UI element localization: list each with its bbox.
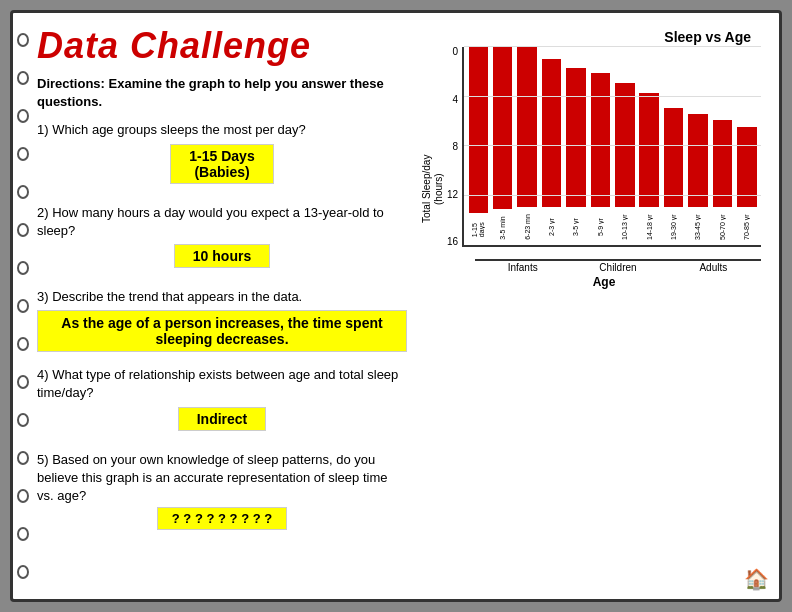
bar — [566, 68, 586, 207]
y-label-4: 4 — [447, 95, 458, 105]
main-page: Data Challenge Directions: Examine the g… — [10, 10, 782, 602]
question-1-text: 1) Which age groups sleeps the most per … — [37, 121, 407, 139]
bar — [591, 73, 611, 207]
bar-group: 19-30 yr — [661, 47, 685, 245]
question-2-text: 2) How many hours a day would you expect… — [37, 204, 407, 240]
bar-x-label: 10-13 yr — [621, 209, 628, 245]
bar-x-label: 2-3 yr — [548, 209, 555, 245]
y-labels: 16 12 8 4 0 — [447, 47, 458, 247]
x-axis-label: Age — [447, 275, 761, 289]
x-group-label: Infants — [475, 259, 570, 273]
question-5-answer: ? ? ? ? ? ? ? ? ? — [157, 507, 287, 530]
directions: Directions: Examine the graph to help yo… — [37, 75, 407, 111]
bar — [664, 108, 684, 207]
page-title: Data Challenge — [37, 25, 407, 67]
directions-label: Directions: — [37, 76, 105, 91]
question-1-block: 1) Which age groups sleeps the most per … — [37, 121, 407, 197]
bar-group: 5-9 yr — [588, 47, 612, 245]
x-axis-groups: InfantsChildrenAdults — [475, 259, 761, 273]
question-3-block: 3) Describe the trend that appears in th… — [37, 288, 407, 360]
question-3-text: 3) Describe the trend that appears in th… — [37, 288, 407, 306]
bar-group: 33-45 yr — [686, 47, 710, 245]
bar — [639, 93, 659, 207]
question-3-answer: As the age of a person increases, the ti… — [37, 310, 407, 352]
chart-title: Sleep vs Age — [421, 29, 761, 45]
question-4-answer: Indirect — [178, 407, 267, 431]
y-axis-label: Total Sleep/day(hours) — [421, 89, 445, 289]
y-label-8: 8 — [447, 142, 458, 152]
chart-container: Sleep vs Age Total Sleep/day(hours) 16 1… — [417, 25, 765, 293]
bar-x-label: 50-70 yr — [719, 209, 726, 245]
question-2-answer: 10 hours — [174, 244, 270, 268]
question-1-answer: 1-15 Days (Babies) — [170, 144, 273, 184]
question-5-block: 5) Based on your own knowledge of sleep … — [37, 451, 407, 534]
bar-group: 2-3 yr — [539, 47, 563, 245]
left-column: Data Challenge Directions: Examine the g… — [37, 25, 417, 587]
y-label-12: 12 — [447, 190, 458, 200]
bar — [542, 59, 562, 208]
bar-x-label: 14-18 yr — [646, 209, 653, 245]
question-4-block: 4) What type of relationship exists betw… — [37, 366, 407, 444]
question-1-answer-container: 1-15 Days (Babies) — [37, 144, 407, 192]
spiral-binding — [13, 13, 33, 599]
chart-inner: 16 12 8 4 0 1-15 days3-5 min6-2 — [447, 47, 761, 289]
y-labels-and-bars: 16 12 8 4 0 1-15 days3-5 min6-2 — [447, 47, 761, 257]
question-5-answer-container: ? ? ? ? ? ? ? ? ? — [37, 509, 407, 527]
grid-line-4 — [464, 195, 761, 196]
bar-x-label: 33-45 yr — [694, 209, 701, 245]
bar — [469, 47, 489, 213]
question-4-answer-container: Indirect — [37, 407, 407, 439]
bar-group: 3-5 min — [491, 47, 515, 245]
question-4-text: 4) What type of relationship exists betw… — [37, 366, 407, 402]
bar-group: 10-13 yr — [613, 47, 637, 245]
bar — [517, 47, 537, 207]
bars-area: 1-15 days3-5 min6-23 mn2-3 yr3-5 yr5-9 y… — [462, 47, 761, 247]
bar-x-label: 6-23 mn — [524, 209, 531, 245]
home-icon[interactable]: 🏠 — [744, 567, 769, 591]
question-2-answer-container: 10 hours — [37, 244, 407, 276]
bar-x-label: 3-5 yr — [572, 209, 579, 245]
x-group-label: Children — [570, 259, 665, 273]
question-2-block: 2) How many hours a day would you expect… — [37, 204, 407, 282]
grid-line-12 — [464, 96, 761, 97]
bar-group: 6-23 mn — [515, 47, 539, 245]
chart-area: Total Sleep/day(hours) 16 12 8 4 0 — [421, 47, 761, 289]
bar-x-label: 70-85 yr — [743, 209, 750, 245]
x-group-label: Adults — [666, 259, 761, 273]
grid-line-16 — [464, 46, 761, 47]
y-label-16: 16 — [447, 237, 458, 247]
bar-group: 3-5 yr — [564, 47, 588, 245]
bar-group: 70-85 yr — [735, 47, 759, 245]
bar-group: 14-18 yr — [637, 47, 661, 245]
grid-line-8 — [464, 145, 761, 146]
bar-x-label: 1-15 days — [471, 215, 485, 245]
bar — [493, 47, 513, 209]
y-label-0: 0 — [447, 47, 458, 57]
bar-x-label: 5-9 yr — [597, 209, 604, 245]
bar-x-label: 19-30 yr — [670, 209, 677, 245]
bar-group: 50-70 yr — [710, 47, 734, 245]
bar-x-label: 3-5 min — [499, 211, 506, 245]
bar-group: 1-15 days — [466, 47, 490, 245]
question-5-text: 5) Based on your own knowledge of sleep … — [37, 451, 407, 506]
right-column: Sleep vs Age Total Sleep/day(hours) 16 1… — [417, 25, 765, 587]
bar — [688, 114, 708, 207]
